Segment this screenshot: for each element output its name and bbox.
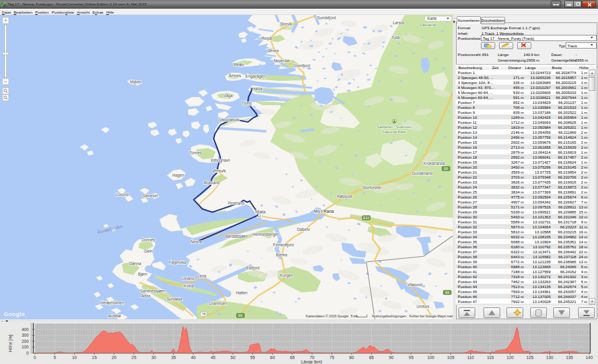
svg-text:Kartendaten © 2015 Google: Kartendaten © 2015 Google — [306, 314, 349, 318]
svg-text:Nesna: Nesna — [191, 240, 202, 244]
svg-text:105: 105 — [447, 355, 455, 360]
svg-text:Ørnes: Ørnes — [268, 49, 278, 53]
svg-text:Ørnsvik: Ørnsvik — [212, 169, 226, 173]
svg-text:75: 75 — [330, 355, 335, 360]
svg-text:55: 55 — [250, 355, 255, 360]
svg-text:E6: E6 — [239, 314, 243, 317]
svg-text:Larsos: Larsos — [393, 21, 405, 25]
svg-text:Krokstranda: Krokstranda — [424, 161, 445, 166]
svg-text:E12: E12 — [363, 216, 369, 220]
svg-text:65: 65 — [290, 355, 295, 360]
svg-text:40: 40 — [191, 355, 196, 360]
svg-text:Røssvoll: Røssvoll — [337, 194, 352, 198]
svg-text:Karte: Karte — [427, 16, 437, 21]
svg-text:Google: Google — [4, 310, 25, 317]
svg-text:Sundøya: Sundøya — [166, 297, 183, 302]
svg-text:Hagen: Hagen — [173, 173, 184, 178]
svg-text:Bjerka: Bjerka — [276, 253, 287, 258]
svg-text:Elsfjord: Elsfjord — [247, 266, 260, 271]
svg-text:E6: E6 — [444, 167, 448, 170]
svg-text:Engavågen: Engavågen — [245, 74, 265, 79]
svg-text:Fagervika: Fagervika — [169, 260, 186, 265]
svg-text:Vassdalsvik: Vassdalsvik — [219, 118, 240, 122]
svg-text:Hemnesberget: Hemnesberget — [252, 232, 278, 237]
svg-text:80: 80 — [349, 355, 354, 360]
svg-text:Sundsfjord: Sundsfjord — [317, 16, 336, 21]
svg-text:Gåsvatnan: Gåsvatnan — [419, 23, 437, 27]
svg-text:300: 300 — [22, 333, 29, 337]
svg-text:Austbø: Austbø — [108, 314, 121, 318]
svg-text:Våga: Våga — [224, 93, 233, 98]
svg-text:60: 60 — [270, 355, 275, 360]
svg-text:Höhe [m]: Höhe [m] — [8, 335, 13, 352]
svg-text:Bjørn: Bjørn — [138, 272, 148, 277]
svg-text:Dunderland: Dunderland — [412, 171, 433, 175]
svg-text:Leland: Leland — [183, 276, 194, 281]
svg-text:200: 200 — [22, 339, 29, 343]
svg-text:National Park: National Park — [382, 129, 406, 134]
svg-text:Alsta: Alsta — [141, 294, 150, 298]
svg-text:Umfors: Umfors — [417, 304, 429, 309]
svg-text:Åmnes: Åmnes — [229, 73, 241, 78]
svg-text:5 km: 5 km — [351, 314, 358, 318]
svg-text:Halsa: Halsa — [252, 86, 263, 91]
svg-text:Kvina: Kvina — [184, 284, 194, 288]
svg-text:Mjalla: Mjalla — [255, 210, 266, 215]
svg-text:10: 10 — [72, 355, 77, 360]
svg-text:90: 90 — [389, 355, 394, 360]
svg-text:Nutzungsbedingungen: Nutzungsbedingungen — [372, 314, 406, 318]
svg-text:Vilasund: Vilasund — [407, 282, 423, 287]
svg-text:Hatten: Hatten — [236, 291, 248, 295]
svg-text:50: 50 — [230, 355, 235, 360]
svg-text:130: 130 — [546, 355, 554, 360]
svg-text:Lovund: Lovund — [116, 192, 129, 197]
svg-text:Saltfjellet - Svartisen: Saltfjellet - Svartisen — [377, 124, 412, 129]
svg-text:125: 125 — [526, 355, 534, 360]
svg-text:Granmoen: Granmoen — [209, 301, 227, 306]
svg-text:Mo i Rana: Mo i Rana — [314, 209, 334, 213]
svg-text:Korgen: Korgen — [280, 273, 293, 278]
svg-text:25: 25 — [131, 355, 136, 360]
svg-text:20: 20 — [112, 355, 116, 360]
svg-text:100: 100 — [22, 345, 29, 349]
svg-text:30: 30 — [151, 355, 156, 360]
svg-text:Herøyholmen: Herøyholmen — [100, 301, 124, 306]
svg-text:115: 115 — [487, 355, 494, 360]
svg-text:Sleneset: Sleneset — [143, 194, 158, 198]
svg-text:135: 135 — [566, 355, 574, 360]
svg-text:Dalselv: Dalselv — [297, 227, 310, 231]
svg-text:−: − — [4, 78, 7, 85]
svg-text:Glein: Glein — [144, 249, 153, 253]
svg-text:95: 95 — [409, 355, 414, 360]
svg-text:Kilboghavn: Kilboghavn — [211, 158, 230, 163]
svg-text:Tollå: Tollå — [392, 35, 400, 40]
svg-text:35: 35 — [171, 355, 176, 360]
svg-text:Fehler bei Google Maps melden: Fehler bei Google Maps melden — [409, 314, 453, 318]
svg-text:Tjong: Tjong — [242, 101, 252, 106]
svg-text:0: 0 — [26, 351, 29, 355]
svg-text:5: 5 — [54, 355, 56, 360]
svg-text:110: 110 — [467, 355, 474, 360]
svg-text:Flostrand: Flostrand — [228, 201, 245, 205]
svg-text:85: 85 — [369, 355, 374, 360]
svg-text:E6: E6 — [445, 291, 450, 294]
svg-text:400: 400 — [22, 327, 29, 332]
svg-text:Storforshei: Storforshei — [363, 185, 381, 190]
svg-text:Sandnessjøen: Sandnessjøen — [140, 289, 166, 294]
svg-text:0: 0 — [34, 355, 36, 360]
svg-text:Dønna: Dønna — [130, 261, 141, 266]
svg-text:Reipå: Reipå — [262, 36, 272, 41]
svg-text:Tonnes: Tonnes — [189, 151, 202, 155]
svg-text:Länge [km]: Länge [km] — [301, 360, 322, 364]
svg-text:Leira: Leira — [197, 274, 206, 278]
svg-text:Glomfjord: Glomfjord — [293, 63, 310, 68]
svg-text:70: 70 — [310, 355, 315, 360]
svg-text:Storvik: Storvik — [280, 22, 292, 26]
svg-text:Donnes: Donnes — [141, 238, 155, 242]
svg-text:Myken: Myken — [130, 80, 142, 85]
svg-text:Finneidfjord: Finneidfjord — [273, 243, 294, 248]
svg-text:100: 100 — [427, 355, 435, 360]
svg-text:120: 120 — [506, 355, 514, 360]
svg-text:Neverdal: Neverdal — [273, 58, 289, 63]
svg-text:+: + — [4, 17, 7, 24]
